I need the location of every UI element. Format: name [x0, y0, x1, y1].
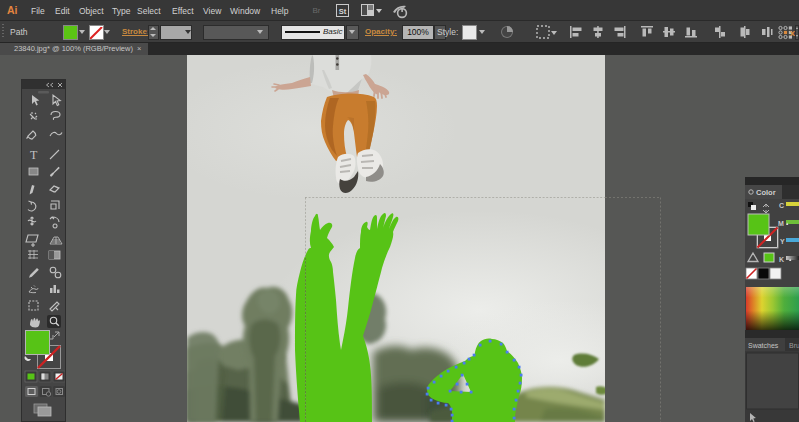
svg-text:Color: Color [756, 188, 776, 197]
svg-text:Swatches: Swatches [748, 342, 779, 349]
svg-text:M: M [778, 220, 784, 227]
svg-text:K: K [779, 256, 784, 263]
svg-text:C: C [779, 202, 784, 209]
svg-text:x: x [790, 28, 795, 38]
svg-text:Y: Y [780, 238, 785, 245]
svg-text:T: T [30, 148, 38, 162]
svg-text:Bru: Bru [789, 342, 799, 349]
